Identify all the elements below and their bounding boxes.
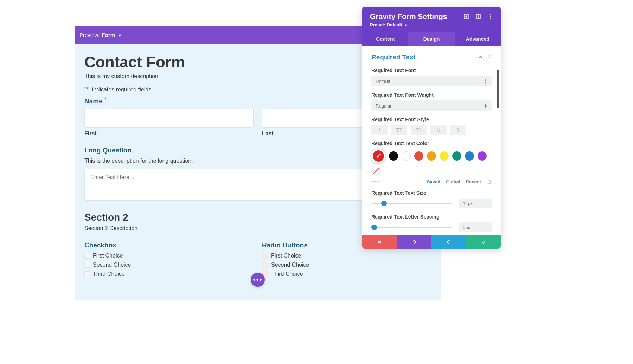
- gear-icon[interactable]: [487, 180, 492, 184]
- uppercase-button[interactable]: TT: [391, 125, 407, 135]
- color-tab-recent[interactable]: Recent: [466, 179, 481, 184]
- more-colors-icon[interactable]: [371, 178, 379, 182]
- style-control: Required Text Font Style I TT TT U S: [362, 115, 501, 138]
- cancel-button[interactable]: [362, 235, 397, 249]
- first-sublabel: First: [84, 130, 254, 137]
- radio-icon: [262, 253, 268, 259]
- undo-icon: [411, 239, 417, 245]
- size-control: Required Text Text Size 14px: [362, 188, 501, 212]
- color-swatch[interactable]: [465, 151, 474, 161]
- check-icon: [481, 239, 486, 245]
- radio-item[interactable]: First Choice: [262, 253, 431, 259]
- select-arrows-icon: ▲▼: [484, 103, 487, 108]
- tab-design[interactable]: Design: [408, 32, 454, 46]
- svg-point-5: [490, 16, 491, 17]
- color-swatch[interactable]: [452, 151, 461, 161]
- spacing-control: Required Text Letter Spacing 0px: [362, 212, 501, 235]
- panel-footer: [362, 235, 501, 249]
- redo-button[interactable]: [431, 235, 466, 249]
- panel-body: Required Text Required Text Font Default…: [362, 46, 501, 235]
- color-swatch[interactable]: [440, 151, 449, 161]
- svg-point-6: [490, 18, 491, 19]
- checkbox-item[interactable]: Third Choice: [84, 271, 254, 277]
- undo-button[interactable]: [397, 235, 432, 249]
- more-options-fab[interactable]: •••: [251, 273, 265, 287]
- tabs: Content Design Advanced: [362, 32, 501, 46]
- checkbox-label: Checkbox: [84, 241, 254, 249]
- font-select[interactable]: Default ▲▼: [371, 76, 492, 86]
- underline-button[interactable]: U: [430, 125, 447, 135]
- slider-thumb[interactable]: [381, 201, 387, 206]
- spacing-value-input[interactable]: 0px: [459, 222, 492, 232]
- settings-panel: Gravity Form Settings Preset: Default ▼ …: [362, 7, 501, 249]
- preview-label: Preview:: [79, 32, 100, 38]
- slider-thumb[interactable]: [371, 225, 377, 230]
- svg-point-7: [489, 55, 490, 56]
- size-slider[interactable]: [371, 203, 452, 204]
- caret-down-icon: ▼: [118, 33, 122, 38]
- checkbox-icon: [84, 262, 90, 268]
- svg-point-4: [490, 14, 491, 15]
- eyedropper-icon: [376, 153, 381, 159]
- svg-point-1: [466, 16, 467, 17]
- radio-item[interactable]: Third Choice: [262, 271, 431, 277]
- expand-icon[interactable]: [463, 14, 469, 19]
- color-swatch[interactable]: [389, 151, 398, 161]
- checkbox-item[interactable]: Second Choice: [84, 262, 254, 268]
- required-asterisk-icon: *: [104, 96, 106, 102]
- redo-icon: [446, 239, 452, 245]
- color-swatch[interactable]: [402, 151, 411, 161]
- svg-point-9: [489, 59, 490, 60]
- preset-dropdown[interactable]: Preset: Default ▼: [370, 22, 493, 27]
- strikethrough-button[interactable]: S: [450, 125, 466, 135]
- color-swatch[interactable]: [478, 151, 487, 161]
- caret-down-icon: ▼: [404, 24, 407, 27]
- radio-icon: [262, 262, 268, 268]
- size-value-input[interactable]: 14px: [459, 199, 492, 208]
- color-control: Required Text Text Color: [362, 138, 501, 188]
- menu-dots-icon[interactable]: [487, 14, 493, 19]
- italic-button[interactable]: I: [371, 125, 388, 135]
- svg-point-8: [489, 57, 490, 58]
- ellipsis-icon: •••: [253, 276, 262, 284]
- color-tab-global[interactable]: Global: [446, 179, 460, 184]
- section-menu-icon[interactable]: [487, 55, 492, 60]
- first-name-input[interactable]: [84, 109, 254, 128]
- select-arrows-icon: ▲▼: [484, 79, 487, 84]
- checkbox-icon: [84, 271, 90, 277]
- close-icon: [377, 240, 382, 245]
- weight-select[interactable]: Regular ▲▼: [371, 100, 492, 111]
- radio-item[interactable]: Second Choice: [262, 262, 431, 268]
- weight-control: Required Text Font Weight Regular ▲▼: [362, 90, 501, 115]
- checkbox-item[interactable]: First Choice: [84, 253, 254, 259]
- font-control: Required Text Font Default ▲▼: [362, 65, 501, 90]
- section-required-text[interactable]: Required Text: [362, 46, 501, 65]
- columns-icon[interactable]: [475, 14, 481, 19]
- color-tab-saved[interactable]: Saved: [427, 179, 440, 184]
- color-swatch[interactable]: [427, 151, 436, 161]
- color-swatch[interactable]: [414, 151, 423, 161]
- checkbox-icon: [84, 253, 90, 259]
- checkbox-group: Checkbox First Choice Second Choice Thir…: [84, 241, 254, 280]
- chevron-up-icon[interactable]: [478, 55, 483, 60]
- scrollbar[interactable]: [497, 70, 499, 108]
- color-swatch-none[interactable]: [371, 167, 381, 176]
- panel-title: Gravity Form Settings: [370, 12, 447, 21]
- smallcaps-button[interactable]: TT: [411, 125, 427, 135]
- panel-header: Gravity Form Settings Preset: Default ▼: [362, 7, 501, 32]
- spacing-slider[interactable]: [371, 227, 452, 228]
- tab-advanced[interactable]: Advanced: [455, 32, 501, 46]
- tab-content[interactable]: Content: [362, 32, 408, 46]
- color-swatch-selected[interactable]: [371, 149, 385, 163]
- save-button[interactable]: [466, 235, 501, 249]
- preview-dropdown[interactable]: Form ▼: [102, 32, 122, 38]
